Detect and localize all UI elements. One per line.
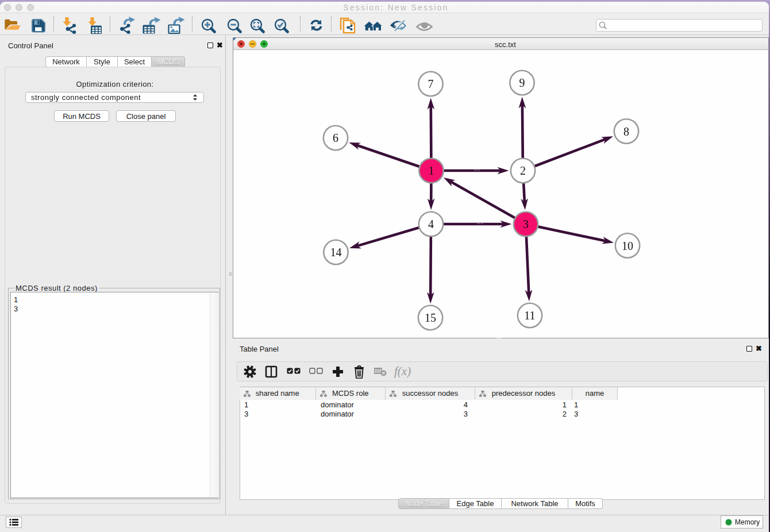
svg-text:15: 15 [425,311,436,324]
svg-text:1: 1 [429,164,434,177]
svg-text:8: 8 [623,125,629,138]
svg-text:11: 11 [524,309,535,322]
svg-text:6: 6 [333,132,338,144]
svg-text:3: 3 [523,218,529,230]
svg-text:14: 14 [330,246,342,259]
svg-text:4: 4 [428,218,434,230]
svg-text:7: 7 [428,78,434,90]
svg-text:9: 9 [519,76,525,89]
svg-text:10: 10 [622,240,633,252]
svg-text:2: 2 [520,164,526,177]
